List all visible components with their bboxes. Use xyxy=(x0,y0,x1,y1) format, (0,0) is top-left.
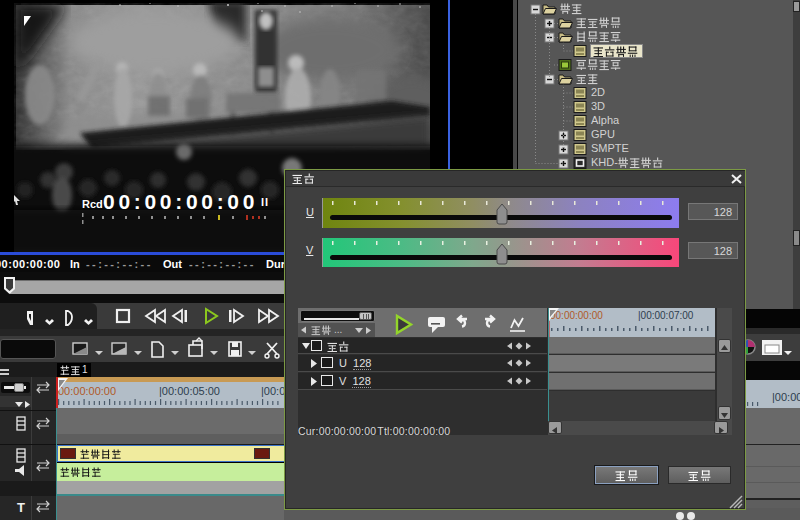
svg-text:T: T xyxy=(17,500,25,515)
